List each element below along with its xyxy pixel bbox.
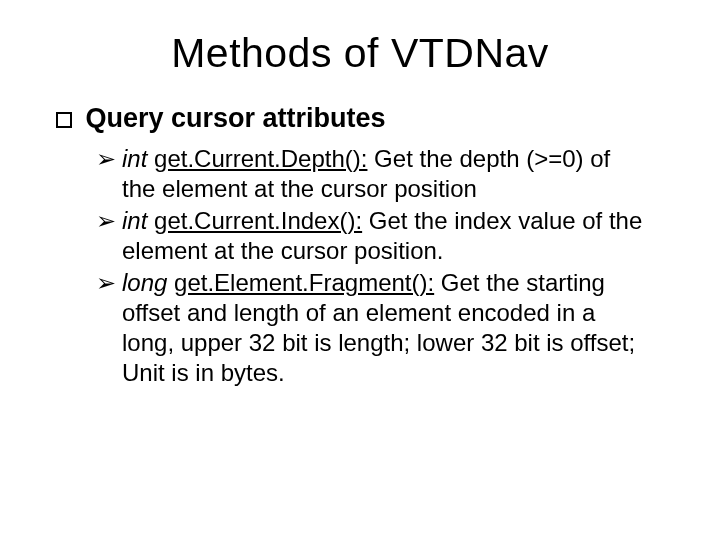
slide-title: Methods of VTDNav — [40, 30, 680, 77]
method-list: ➢ int get.Current.Depth(): Get the depth… — [96, 144, 650, 388]
method-name: get.Current.Depth(): — [154, 145, 367, 172]
return-type: int — [122, 207, 147, 234]
method-desc-lead: Get the depth — [367, 145, 526, 172]
list-item: ➢ int get.Current.Depth(): Get the depth… — [96, 144, 650, 204]
method-desc-lead: Get the index value — [362, 207, 582, 234]
return-type: long — [122, 269, 167, 296]
method-name: get.Current.Index(): — [154, 207, 362, 234]
chevron-right-icon: ➢ — [96, 268, 116, 298]
section-heading-text: Query cursor attributes — [86, 103, 386, 133]
return-type: int — [122, 145, 147, 172]
chevron-right-icon: ➢ — [96, 206, 116, 236]
chevron-right-icon: ➢ — [96, 144, 116, 174]
method-name: get.Element.Fragment(): — [174, 269, 434, 296]
list-item: ➢ long get.Element.Fragment(): Get the s… — [96, 268, 650, 388]
section-heading: Query cursor attributes — [56, 103, 680, 134]
method-desc-lead: Get the — [434, 269, 526, 296]
list-item: ➢ int get.Current.Index(): Get the index… — [96, 206, 650, 266]
slide: Methods of VTDNav Query cursor attribute… — [0, 0, 720, 540]
